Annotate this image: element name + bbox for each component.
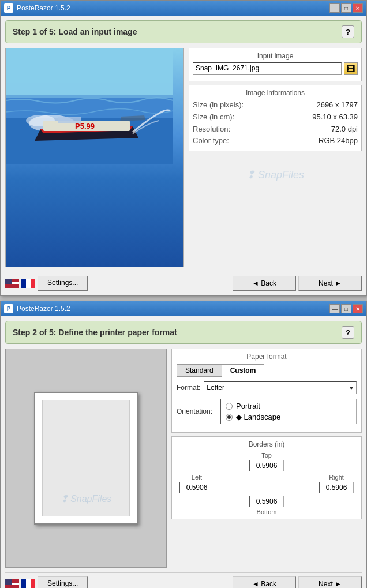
info-val-2: 72.0 dpi: [331, 123, 358, 136]
svg-rect-19: [5, 579, 12, 585]
titlebar-2: P PosteRazor 1.5.2 — □ ✕: [1, 301, 366, 316]
landscape-label: ◆ Landscape: [236, 413, 280, 421]
paper-format-label: Paper format: [177, 353, 357, 361]
app-icon-2: P: [4, 304, 13, 313]
titlebar-controls-2: — □ ✕: [329, 304, 363, 313]
flag-icon-3: [5, 579, 19, 588]
watermark-1: ❢ SnapFiles: [189, 168, 362, 181]
portrait-row[interactable]: Portrait: [226, 402, 351, 410]
flag-area-1: Settings...: [5, 276, 88, 291]
step-header-1: Step 1 of 5: Load an input image ?: [5, 20, 362, 43]
landscape-radio[interactable]: [226, 414, 233, 421]
right-input[interactable]: [319, 482, 354, 493]
left-input[interactable]: [179, 482, 214, 493]
close-btn-2[interactable]: ✕: [353, 304, 363, 313]
flag-icon-1: [5, 279, 19, 288]
titlebar-controls-1: — □ ✕: [329, 3, 363, 13]
svg-rect-21: [26, 579, 31, 588]
info-val-1: 95.10 x 63.39: [312, 111, 358, 123]
titlebar-title-2: PosteRazor 1.5.2: [17, 305, 70, 313]
paper-sheet: [34, 392, 138, 525]
format-select[interactable]: Letter A4 Legal: [204, 381, 357, 394]
info-row-2: Resolution: 72.0 dpi: [193, 123, 358, 136]
portrait-radio[interactable]: [226, 403, 233, 410]
flag-area-2: Settings...: [5, 576, 88, 588]
main-panel-1: P5.99 Input image: [5, 48, 362, 267]
format-row: Format: Letter A4 Legal: [177, 381, 357, 394]
maximize-btn-2[interactable]: □: [341, 304, 351, 313]
input-image-section: Input image Snap_IMG_2671.jpg 🎞: [189, 48, 362, 81]
info-row-3: Color type: RGB 24bpp: [193, 135, 358, 147]
settings-btn-2[interactable]: Settings...: [38, 576, 88, 588]
orientation-label: Orientation:: [177, 407, 217, 415]
boat-svg: P5.99: [6, 48, 173, 164]
info-val-0: 2696 x 1797: [316, 99, 358, 111]
titlebar-title-1: PosteRazor 1.5.2: [17, 4, 70, 12]
svg-rect-8: [6, 83, 173, 98]
format-select-wrapper: Letter A4 Legal: [204, 381, 357, 394]
browse-btn[interactable]: 🎞: [344, 62, 358, 75]
watermark-2: ❢ SnapFiles: [61, 493, 112, 504]
next-btn-1[interactable]: Next ►: [298, 276, 362, 291]
top-input[interactable]: [249, 460, 284, 471]
titlebar-left-1: P PosteRazor 1.5.2: [4, 3, 70, 13]
nav-buttons-1: ◄ Back Next ►: [233, 276, 362, 291]
info-row-1: Size (in cm): 95.10 x 63.39: [193, 111, 358, 123]
back-btn-2[interactable]: ◄ Back: [233, 576, 296, 588]
main-panel-2: ❢ SnapFiles Paper format Standard Custom…: [5, 349, 362, 568]
tab-row: Standard Custom: [177, 364, 357, 377]
file-row: Snap_IMG_2671.jpg 🎞: [193, 62, 358, 75]
nav-buttons-2: ◄ Back Next ►: [233, 576, 362, 588]
format-panel: Paper format Standard Custom Format: Let…: [171, 349, 362, 568]
help-btn-1[interactable]: ?: [342, 25, 354, 38]
settings-btn-1[interactable]: Settings...: [38, 276, 88, 291]
right-border-col: Right: [316, 474, 357, 493]
window-content-2: Step 2 of 5: Define the printer paper fo…: [1, 316, 366, 588]
titlebar-1: P PosteRazor 1.5.2 — □ ✕: [1, 1, 366, 16]
top-border-col: Top: [219, 452, 314, 471]
right-label: Right: [329, 474, 344, 481]
help-btn-2[interactable]: ?: [342, 326, 354, 339]
paper-preview: ❢ SnapFiles: [5, 349, 167, 568]
bottom-label: Bottom: [257, 508, 277, 515]
back-btn-1[interactable]: ◄ Back: [233, 276, 296, 291]
tab-standard[interactable]: Standard: [177, 364, 222, 377]
borders-section: Borders (in) Top Left: [171, 436, 362, 519]
svg-rect-12: [5, 279, 12, 284]
app-icon-1: P: [4, 3, 13, 13]
maximize-btn-1[interactable]: □: [341, 3, 351, 13]
portrait-label: Portrait: [236, 402, 260, 410]
window-content-1: Step 1 of 5: Load an input image ?: [1, 16, 366, 295]
svg-rect-20: [21, 579, 26, 588]
format-label: Format:: [177, 384, 200, 392]
left-border-col: Left: [177, 474, 217, 493]
orientation-box: Portrait ◆ Landscape: [220, 399, 357, 424]
image-info-section: Image informations Size (in pixels): 269…: [189, 85, 362, 151]
top-label: Top: [261, 452, 272, 459]
right-panel-1: Input image Snap_IMG_2671.jpg 🎞 Image in…: [189, 48, 362, 267]
bottom-input[interactable]: [249, 496, 284, 507]
titlebar-left-2: P PosteRazor 1.5.2: [4, 304, 70, 313]
flag-icon-4: [21, 579, 35, 588]
bottom-bar-2: Settings... ◄ Back Next ►: [5, 572, 362, 588]
close-btn-1[interactable]: ✕: [353, 3, 363, 13]
minimize-btn-1[interactable]: —: [329, 3, 340, 13]
info-key-3: Color type:: [193, 135, 229, 147]
minimize-btn-2[interactable]: —: [329, 304, 340, 313]
landscape-row[interactable]: ◆ Landscape: [226, 413, 351, 421]
svg-rect-7: [58, 117, 81, 123]
borders-layout: Top Left Right: [177, 452, 357, 515]
bottom-bar-1: Settings... ◄ Back Next ►: [5, 272, 362, 291]
input-image-label: Input image: [193, 52, 358, 60]
svg-rect-14: [26, 279, 31, 288]
tab-custom[interactable]: Custom: [222, 364, 265, 377]
svg-rect-15: [31, 279, 35, 288]
info-key-2: Resolution:: [193, 123, 230, 136]
info-row-0: Size (in pixels): 2696 x 1797: [193, 99, 358, 111]
window-1: P PosteRazor 1.5.2 — □ ✕ Step 1 of 5: Lo…: [0, 0, 367, 296]
boat-scene: P5.99: [6, 48, 184, 267]
next-btn-2[interactable]: Next ►: [298, 576, 362, 588]
step-title-2: Step 2 of 5: Define the printer paper fo…: [13, 328, 177, 337]
step-header-2: Step 2 of 5: Define the printer paper fo…: [5, 321, 362, 344]
step-title-1: Step 1 of 5: Load an input image: [13, 27, 137, 36]
